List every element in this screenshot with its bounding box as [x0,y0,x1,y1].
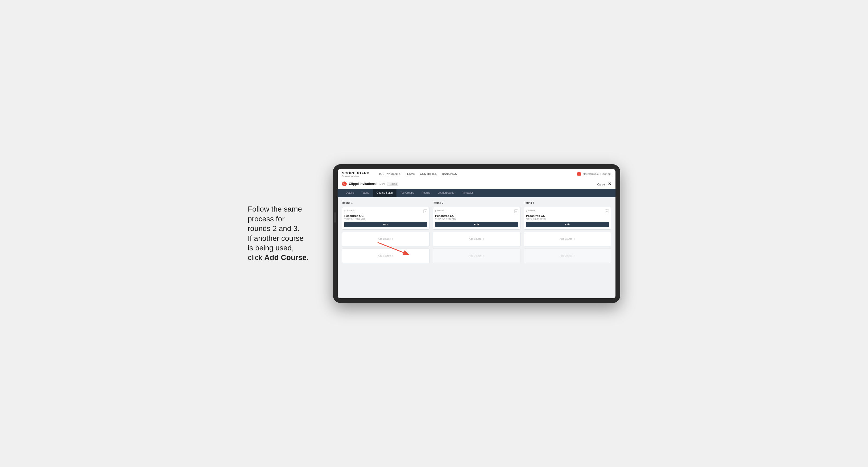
tab-course-setup[interactable]: Course Setup [373,189,397,197]
add-course-text-r3-2: Add Course + [560,254,575,257]
avatar [577,172,581,176]
sub-header-left: C Clippd Invitational (Men) Hosting [342,182,597,186]
round-1-course-card: (Course A) ○ Peachtree GC Yellow (M) (66… [342,207,430,230]
tab-results[interactable]: Results [418,189,434,197]
rounds-grid: Round 1 (Course A) ○ Peachtree GC Yellow… [342,201,611,263]
course-a-label-r1: (Course A) [344,210,354,212]
round-3-course-card: (Course A) ○ Peachtree GC Yellow (M) (66… [524,207,611,230]
tab-leaderboards[interactable]: Leaderboards [434,189,458,197]
add-course-text-r1-2: Add Course + [378,254,394,257]
course-name-r3: Peachtree GC [526,214,609,217]
hosting-badge: Hosting [387,182,399,186]
course-card-header: (Course A) ○ [344,210,427,213]
tab-bar: Details Teams Course Setup Tee Groups Re… [338,189,616,197]
course-remove-btn-r2[interactable]: ○ [514,210,518,213]
tab-printables[interactable]: Printables [458,189,477,197]
nav-links: TOURNAMENTS TEAMS COMMITTEE RANKINGS [379,173,571,175]
course-a-label-r3: (Course A) [526,210,536,212]
clippd-logo: C [342,182,347,186]
course-card-header-r3: (Course A) ○ [526,210,609,213]
round-1-column: Round 1 (Course A) ○ Peachtree GC Yellow… [342,201,430,263]
nav-rankings[interactable]: RANKINGS [442,173,457,175]
add-course-r2-1[interactable]: Add Course + [433,232,520,246]
add-course-r1-2[interactable]: Add Course + [342,249,430,263]
tournament-name: Clippd Invitational [349,182,376,186]
course-details-r3: Yellow (M) (6629 yds) [526,218,609,220]
round-2-label: Round 2 [433,201,520,205]
round-1-label: Round 1 [342,201,430,205]
cancel-icon: ✕ [608,182,611,186]
add-course-r1-1[interactable]: Add Course + [342,232,430,246]
nav-committee[interactable]: COMMITTEE [420,173,437,175]
tab-details[interactable]: Details [342,189,358,197]
nav-tournaments[interactable]: TOURNAMENTS [379,173,401,175]
tablet-frame: SCOREBOARD Powered by clippd TOURNAMENTS… [333,164,620,303]
top-nav: SCOREBOARD Powered by clippd TOURNAMENTS… [338,169,616,179]
add-course-r2-2: Add Course + [433,249,520,263]
instruction-panel: Follow the sameprocess forrounds 2 and 3… [248,205,322,262]
round-3-label: Round 3 [524,201,611,205]
cancel-text: Cancel [597,183,606,186]
course-details-r1: Yellow (M) (6629 yds) [344,218,427,220]
round-3-column: Round 3 (Course A) ○ Peachtree GC Yellow… [524,201,611,263]
edit-btn-r1[interactable]: Edit [344,222,427,227]
logo-area: SCOREBOARD Powered by clippd [342,171,370,177]
add-course-r3-1[interactable]: Add Course + [524,232,611,246]
nav-right: blair@clippd.io | Sign out [577,172,611,176]
edit-btn-r3[interactable]: Edit [526,222,609,227]
course-details-r2: Yellow (M) (6629 yds) [435,218,518,220]
tournament-gender: (Men) [379,183,385,185]
course-a-label-r2: (Course A) [435,210,445,212]
user-email: blair@clippd.io [583,173,598,175]
round-2-course-card: (Course A) ○ Peachtree GC Yellow (M) (66… [433,207,520,230]
add-course-text-r2-2: Add Course + [469,254,484,257]
tablet-screen: SCOREBOARD Powered by clippd TOURNAMENTS… [338,169,616,298]
sign-out-link[interactable]: Sign out [602,173,611,175]
course-remove-btn-r1[interactable]: ○ [423,210,427,213]
course-name-r1: Peachtree GC [344,214,427,217]
sub-header: C Clippd Invitational (Men) Hosting Canc… [338,179,616,189]
content-area: Round 1 (Course A) ○ Peachtree GC Yellow… [338,197,616,298]
add-course-text-r3-1: Add Course + [560,237,575,241]
round-2-column: Round 2 (Course A) ○ Peachtree GC Yellow… [433,201,520,263]
course-card-header-r2: (Course A) ○ [435,210,518,213]
edit-btn-r2[interactable]: Edit [435,222,518,227]
add-course-text-r2-1: Add Course + [469,237,484,241]
logo-sub: Powered by clippd [342,175,370,177]
tab-teams[interactable]: Teams [358,189,373,197]
add-course-r3-2: Add Course + [524,249,611,263]
nav-teams[interactable]: TEAMS [405,173,415,175]
logo-title: SCOREBOARD [342,171,370,175]
course-name-r2: Peachtree GC [435,214,518,217]
tab-tee-groups[interactable]: Tee Groups [397,189,418,197]
course-remove-btn-r3[interactable]: ○ [605,210,609,213]
cancel-area[interactable]: Cancel ✕ [597,182,611,187]
add-course-text-r1-1: Add Course + [378,237,394,241]
